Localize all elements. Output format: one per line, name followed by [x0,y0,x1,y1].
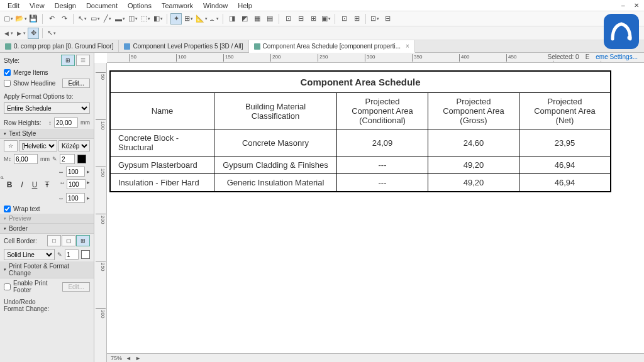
measure-button[interactable]: 📐 [196,13,207,25]
tab-3d[interactable]: Component Level Properties 5 [3D / All] [119,40,248,52]
archicad-logo [604,14,639,49]
undo-button[interactable]: ↶ [46,13,57,25]
col-classification[interactable]: Building Material Classification [214,93,337,129]
linepen-input[interactable] [65,250,79,260]
style-grid-icon[interactable]: ⊞ [61,55,75,66]
line-tool[interactable]: ╱ [102,13,113,25]
tool-n[interactable]: ⊡ [369,13,380,25]
tool-i[interactable]: ⊟ [295,13,306,25]
border-header[interactable]: Border [0,224,94,234]
style-label: Style: [4,57,19,64]
tool-o[interactable]: ⊟ [382,13,393,25]
redo-button[interactable]: ↷ [58,13,70,25]
svg-point-0 [628,36,632,40]
edit-headline-button[interactable]: Edit... [62,79,90,88]
tab-plan[interactable]: 0. comp prop plan [0. Ground Floor] [0,40,119,52]
menu-help[interactable]: Help [233,1,257,11]
textstyle-header[interactable]: Text Style [0,129,94,139]
tool-c[interactable]: ◧ [152,13,164,25]
open-button[interactable]: 📂 [15,13,26,25]
col-conditional[interactable]: Projected Component Area (Conditional) [337,93,428,129]
tool-j[interactable]: ⊞ [308,13,319,25]
spacing-c[interactable] [66,193,85,203]
footer-checkbox[interactable] [4,283,11,290]
col-net[interactable]: Projected Component Area (Net) [519,93,611,129]
style-list-icon[interactable]: ☰ [76,55,90,66]
tool-l[interactable]: ⊡ [338,13,350,25]
font-select[interactable]: [Helvetica Neue] [19,140,57,151]
nav-left-icon[interactable]: ◄ [126,355,131,361]
spacing-a[interactable] [66,167,85,177]
nav-right-icon[interactable]: ► [135,355,141,361]
menu-document[interactable]: Document [81,1,123,11]
menu-options[interactable]: Options [123,1,157,11]
schedule-table: Component Area Schedule Name Building Ma… [109,70,611,192]
tool-g[interactable]: ▤ [264,13,275,25]
col-name[interactable]: Name [111,93,214,129]
collapsed-panel-icon[interactable]: ơ [0,176,5,179]
tool-m[interactable]: ⊞ [351,13,362,25]
undoredo-label: Undo/Redo Format Change: [4,299,90,312]
border-none-icon[interactable]: □ [47,235,61,246]
cursor-tool[interactable]: ↖ [77,13,88,25]
apply-select[interactable]: Entire Schedule [4,102,90,114]
linestyle-select[interactable]: Solid Line [4,249,55,260]
italic-button[interactable]: I [16,179,28,190]
canvas[interactable]: Component Area Schedule Name Building Ma… [107,63,644,353]
schedule-viewport: Selected: 0 E eme Settings... 5010015020… [94,53,644,362]
border-outer-icon[interactable]: ▢ [62,235,75,246]
tool-b[interactable]: ⬚ [140,13,151,25]
minimize-button[interactable]: – [616,1,629,10]
tool-h[interactable]: ⊡ [282,13,294,25]
wall-tool[interactable]: ▬ [114,13,126,25]
favorite-icon[interactable]: ☆ [4,140,18,151]
tool-d[interactable]: ◨ [226,13,238,25]
close-icon[interactable]: × [406,43,409,50]
tab-schedule[interactable]: Component Area Schedule [component prope… [249,40,415,53]
wrap-checkbox[interactable] [4,206,11,212]
schedule-icon [254,43,260,50]
border-all-icon[interactable]: ⊞ [76,235,90,246]
grid-button[interactable]: ⊞ [183,13,194,25]
tool-k[interactable]: ▣ [320,13,331,25]
strike-button[interactable]: Ŧ [42,179,53,190]
snap-button[interactable]: ✦ [170,13,182,25]
headline-checkbox[interactable] [4,80,11,87]
wrap-label: Wrap text [13,206,90,212]
menu-teamwork[interactable]: Teamwork [157,1,198,11]
settings-link[interactable]: eme Settings... [596,53,638,60]
rowheights-input[interactable] [54,118,78,128]
nav-fwd[interactable]: ► [15,28,26,39]
footer-header[interactable]: Print Footer & Format Change [0,261,94,278]
pen-input[interactable] [60,154,75,164]
menu-edit[interactable]: Edit [3,1,25,11]
tool-a[interactable]: ◫ [127,13,138,25]
cursor-icon[interactable]: ✥ [28,28,39,39]
bold-button[interactable]: B [4,179,15,190]
merge-checkbox[interactable] [4,69,11,76]
menu-design[interactable]: Design [50,1,81,11]
spacing-b[interactable] [67,179,86,189]
height-icon: ↕ [48,119,52,126]
save-button[interactable]: 💾 [28,13,39,25]
leading-icon: ↔ [58,168,64,175]
fontsize-input[interactable] [14,154,38,164]
zoom-level[interactable]: 75% [111,355,122,361]
col-gross[interactable]: Projected Component Area (Gross) [428,93,519,129]
tool-f[interactable]: ▦ [252,13,263,25]
nav-back[interactable]: ◄ [3,28,14,39]
close-button[interactable]: ✕ [629,1,641,10]
new-button[interactable]: ▢ [3,13,14,25]
color-swatch[interactable] [77,155,86,163]
tool-e[interactable]: ◩ [239,13,250,25]
preview-header[interactable]: Preview [0,214,94,224]
arrow-tool[interactable]: ↖ [46,28,57,39]
align-button[interactable]: ⫠ [208,13,219,25]
menu-window[interactable]: Window [198,1,233,11]
marquee-tool[interactable]: ▭ [89,13,101,25]
linecolor-swatch[interactable] [81,250,90,259]
tab-label: 0. comp prop plan [0. Ground Floor] [14,43,113,50]
underline-button[interactable]: U [29,179,40,190]
encoding-select[interactable]: Közép...opai [58,140,90,151]
menu-view[interactable]: View [25,1,50,11]
